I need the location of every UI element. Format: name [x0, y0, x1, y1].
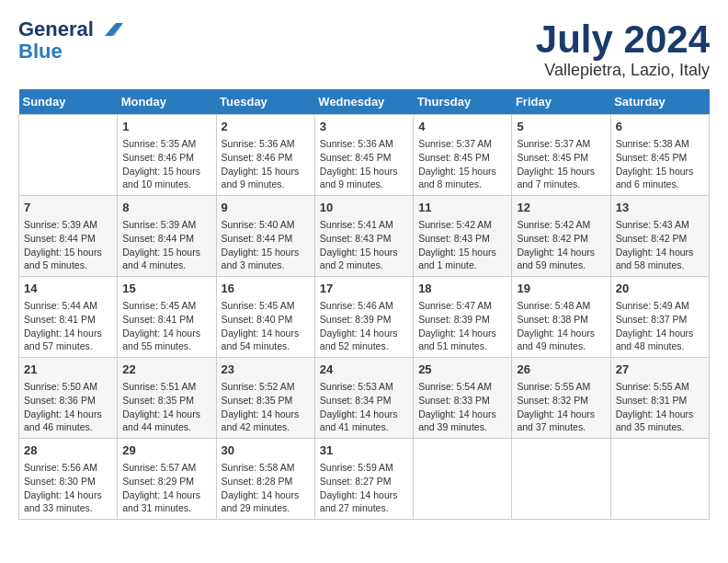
- day-number: 10: [320, 200, 408, 216]
- day-info: Sunrise: 5:56 AM Sunset: 8:30 PM Dayligh…: [24, 461, 112, 515]
- day-number: 29: [122, 442, 210, 459]
- day-number: 12: [517, 200, 605, 216]
- day-info: Sunrise: 5:40 AM Sunset: 8:44 PM Dayligh…: [222, 218, 310, 272]
- day-info: Sunrise: 5:39 AM Sunset: 8:44 PM Dayligh…: [122, 218, 210, 272]
- day-info: Sunrise: 5:55 AM Sunset: 8:31 PM Dayligh…: [616, 380, 704, 434]
- day-info: Sunrise: 5:52 AM Sunset: 8:35 PM Dayligh…: [222, 380, 310, 434]
- calendar-cell: 27Sunrise: 5:55 AM Sunset: 8:31 PM Dayli…: [610, 358, 709, 439]
- day-info: Sunrise: 5:45 AM Sunset: 8:40 PM Dayligh…: [222, 299, 310, 353]
- day-info: Sunrise: 5:42 AM Sunset: 8:43 PM Dayligh…: [418, 218, 506, 272]
- day-number: 31: [320, 442, 408, 459]
- calendar-cell: [19, 115, 118, 196]
- calendar-cell: [512, 438, 610, 519]
- title-block: July 2024 Vallepietra, Lazio, Italy: [536, 18, 710, 80]
- calendar-cell: 9Sunrise: 5:40 AM Sunset: 8:44 PM Daylig…: [216, 196, 314, 277]
- day-number: 26: [517, 362, 605, 378]
- day-info: Sunrise: 5:38 AM Sunset: 8:45 PM Dayligh…: [616, 137, 704, 191]
- location-title: Vallepietra, Lazio, Italy: [536, 61, 710, 80]
- calendar-cell: [610, 438, 709, 519]
- calendar-cell: 22Sunrise: 5:51 AM Sunset: 8:35 PM Dayli…: [118, 358, 216, 439]
- day-number: 24: [320, 362, 408, 378]
- day-info: Sunrise: 5:57 AM Sunset: 8:29 PM Dayligh…: [122, 461, 210, 515]
- day-number: 27: [616, 362, 704, 378]
- logo-blue: Blue: [18, 40, 63, 63]
- day-of-week-sunday: Sunday: [19, 89, 118, 115]
- day-number: 30: [222, 442, 310, 459]
- day-number: 19: [517, 281, 605, 297]
- calendar-cell: 23Sunrise: 5:52 AM Sunset: 8:35 PM Dayli…: [216, 358, 314, 439]
- logo: General Blue: [18, 18, 123, 63]
- day-info: Sunrise: 5:43 AM Sunset: 8:42 PM Dayligh…: [616, 218, 704, 272]
- day-info: Sunrise: 5:48 AM Sunset: 8:38 PM Dayligh…: [517, 299, 605, 353]
- day-number: 13: [616, 200, 704, 216]
- calendar-cell: 4Sunrise: 5:37 AM Sunset: 8:45 PM Daylig…: [414, 115, 512, 196]
- day-of-week-thursday: Thursday: [414, 89, 512, 115]
- day-number: 20: [616, 281, 704, 297]
- calendar-week-row: 28Sunrise: 5:56 AM Sunset: 8:30 PM Dayli…: [19, 438, 710, 519]
- day-number: 6: [616, 119, 704, 135]
- calendar-cell: 16Sunrise: 5:45 AM Sunset: 8:40 PM Dayli…: [216, 277, 314, 358]
- calendar-cell: 31Sunrise: 5:59 AM Sunset: 8:27 PM Dayli…: [314, 438, 413, 519]
- calendar-week-row: 1Sunrise: 5:35 AM Sunset: 8:46 PM Daylig…: [19, 115, 710, 196]
- calendar-cell: 10Sunrise: 5:41 AM Sunset: 8:43 PM Dayli…: [314, 196, 413, 277]
- day-info: Sunrise: 5:55 AM Sunset: 8:32 PM Dayligh…: [517, 380, 605, 434]
- calendar-week-row: 21Sunrise: 5:50 AM Sunset: 8:36 PM Dayli…: [19, 358, 710, 439]
- calendar-cell: 1Sunrise: 5:35 AM Sunset: 8:46 PM Daylig…: [118, 115, 216, 196]
- logo-general: General: [18, 18, 94, 40]
- day-of-week-wednesday: Wednesday: [314, 89, 413, 115]
- calendar-cell: 2Sunrise: 5:36 AM Sunset: 8:46 PM Daylig…: [216, 115, 314, 196]
- calendar-table: SundayMondayTuesdayWednesdayThursdayFrid…: [18, 89, 710, 520]
- day-info: Sunrise: 5:42 AM Sunset: 8:42 PM Dayligh…: [517, 218, 605, 272]
- day-number: 15: [122, 281, 210, 297]
- calendar-week-row: 7Sunrise: 5:39 AM Sunset: 8:44 PM Daylig…: [19, 196, 710, 277]
- day-number: 7: [24, 200, 112, 216]
- month-title: July 2024: [536, 18, 710, 61]
- day-info: Sunrise: 5:47 AM Sunset: 8:39 PM Dayligh…: [418, 299, 506, 353]
- calendar-cell: 21Sunrise: 5:50 AM Sunset: 8:36 PM Dayli…: [19, 358, 118, 439]
- day-number: 22: [122, 362, 210, 378]
- day-info: Sunrise: 5:50 AM Sunset: 8:36 PM Dayligh…: [24, 380, 112, 434]
- calendar-cell: 11Sunrise: 5:42 AM Sunset: 8:43 PM Dayli…: [414, 196, 512, 277]
- day-number: 16: [222, 281, 310, 297]
- day-number: 2: [222, 119, 310, 135]
- calendar-cell: 6Sunrise: 5:38 AM Sunset: 8:45 PM Daylig…: [610, 115, 709, 196]
- day-info: Sunrise: 5:58 AM Sunset: 8:28 PM Dayligh…: [222, 461, 310, 515]
- calendar-week-row: 14Sunrise: 5:44 AM Sunset: 8:41 PM Dayli…: [19, 277, 710, 358]
- calendar-cell: 3Sunrise: 5:36 AM Sunset: 8:45 PM Daylig…: [314, 115, 413, 196]
- day-number: 3: [320, 119, 408, 135]
- calendar-cell: 19Sunrise: 5:48 AM Sunset: 8:38 PM Dayli…: [512, 277, 610, 358]
- day-of-week-monday: Monday: [118, 89, 216, 115]
- day-info: Sunrise: 5:59 AM Sunset: 8:27 PM Dayligh…: [320, 461, 408, 515]
- calendar-cell: 26Sunrise: 5:55 AM Sunset: 8:32 PM Dayli…: [512, 358, 610, 439]
- calendar-cell: [414, 438, 512, 519]
- day-info: Sunrise: 5:49 AM Sunset: 8:37 PM Dayligh…: [616, 299, 704, 353]
- calendar-cell: 25Sunrise: 5:54 AM Sunset: 8:33 PM Dayli…: [414, 358, 512, 439]
- day-number: 25: [418, 362, 506, 378]
- day-info: Sunrise: 5:53 AM Sunset: 8:34 PM Dayligh…: [320, 380, 408, 434]
- calendar-cell: 20Sunrise: 5:49 AM Sunset: 8:37 PM Dayli…: [610, 277, 709, 358]
- day-number: 14: [24, 281, 112, 297]
- day-number: 1: [122, 119, 210, 135]
- day-info: Sunrise: 5:36 AM Sunset: 8:46 PM Dayligh…: [222, 137, 310, 191]
- calendar-cell: 12Sunrise: 5:42 AM Sunset: 8:42 PM Dayli…: [512, 196, 610, 277]
- day-number: 21: [24, 362, 112, 378]
- day-number: 5: [517, 119, 605, 135]
- page-header: General Blue July 2024 Vallepietra, Lazi…: [18, 18, 710, 80]
- calendar-header-row: SundayMondayTuesdayWednesdayThursdayFrid…: [19, 89, 710, 115]
- calendar-cell: 14Sunrise: 5:44 AM Sunset: 8:41 PM Dayli…: [19, 277, 118, 358]
- calendar-cell: 13Sunrise: 5:43 AM Sunset: 8:42 PM Dayli…: [610, 196, 709, 277]
- day-info: Sunrise: 5:37 AM Sunset: 8:45 PM Dayligh…: [517, 137, 605, 191]
- calendar-cell: 28Sunrise: 5:56 AM Sunset: 8:30 PM Dayli…: [19, 438, 118, 519]
- day-info: Sunrise: 5:51 AM Sunset: 8:35 PM Dayligh…: [122, 380, 210, 434]
- day-number: 11: [418, 200, 506, 216]
- calendar-cell: 17Sunrise: 5:46 AM Sunset: 8:39 PM Dayli…: [314, 277, 413, 358]
- day-of-week-tuesday: Tuesday: [216, 89, 314, 115]
- calendar-cell: 5Sunrise: 5:37 AM Sunset: 8:45 PM Daylig…: [512, 115, 610, 196]
- day-info: Sunrise: 5:39 AM Sunset: 8:44 PM Dayligh…: [24, 218, 112, 272]
- day-info: Sunrise: 5:37 AM Sunset: 8:45 PM Dayligh…: [418, 137, 506, 191]
- calendar-cell: 24Sunrise: 5:53 AM Sunset: 8:34 PM Dayli…: [314, 358, 413, 439]
- day-number: 4: [418, 119, 506, 135]
- day-number: 28: [24, 442, 112, 459]
- day-info: Sunrise: 5:54 AM Sunset: 8:33 PM Dayligh…: [418, 380, 506, 434]
- day-info: Sunrise: 5:46 AM Sunset: 8:39 PM Dayligh…: [320, 299, 408, 353]
